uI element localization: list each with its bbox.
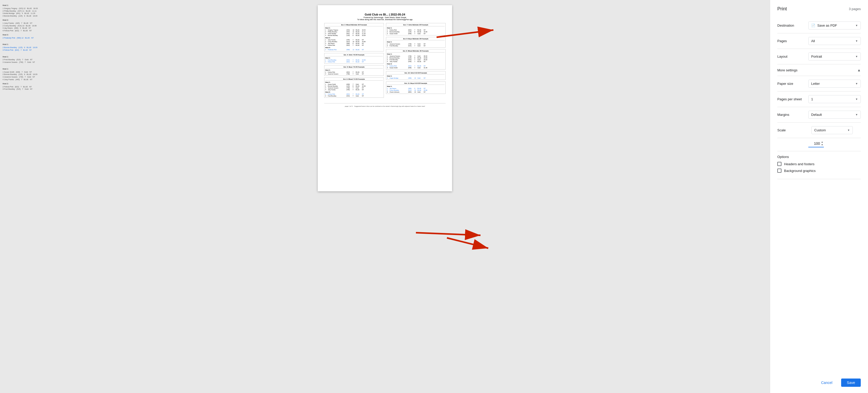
layout-row: Layout Portrait ▼	[777, 49, 861, 64]
margins-dropdown[interactable]: Default ▼	[808, 111, 861, 119]
background-graphics-label: Background graphics	[784, 169, 815, 173]
save-button[interactable]: Save	[841, 378, 861, 387]
svg-line-5	[447, 238, 488, 248]
layout-label: Layout	[777, 55, 808, 58]
footer-note: Suggested heats in blue can be combined …	[354, 106, 425, 107]
paper-size-row: Paper size Letter ▼	[777, 76, 861, 91]
svg-line-4	[416, 233, 480, 235]
scale-chevron-icon: ▼	[847, 129, 850, 132]
print-pages: 3 pages	[849, 7, 861, 11]
page-footer-text: page 1 of 3	[345, 106, 352, 107]
background-graphics-checkbox[interactable]	[777, 169, 781, 173]
scale-input-wrapper: ▲ ▼	[808, 141, 824, 147]
scale-custom-row: ▲ ▼	[777, 138, 861, 151]
options-section: Options Headers and footers Background g…	[777, 151, 861, 179]
scale-label: Scale	[777, 128, 808, 132]
pages-per-sheet-dropdown[interactable]: 1 ▼	[808, 95, 861, 103]
paper-size-label: Paper size	[777, 82, 808, 86]
background-graphics-row[interactable]: Background graphics	[777, 169, 861, 173]
doc-subtitle1: Powered by Swimmingly - Swim Meets, Made…	[324, 17, 445, 18]
print-panel: Print 3 pages Destination 📄 Save as PDF …	[770, 0, 868, 393]
scale-spinners: ▲ ▼	[820, 141, 824, 146]
pages-per-sheet-chevron-icon: ▼	[855, 98, 858, 101]
pages-label: Pages	[777, 39, 808, 43]
pages-per-sheet-row: Pages per sheet 1 ▼	[777, 91, 861, 107]
scale-up-button[interactable]: ▲	[820, 141, 824, 143]
scale-input[interactable]	[808, 141, 820, 146]
layout-chevron-icon: ▼	[855, 55, 858, 58]
destination-chevron-icon: ▼	[855, 24, 858, 27]
pdf-icon: 📄	[811, 24, 815, 27]
pages-row: Pages All ▼	[777, 33, 861, 49]
pages-chevron-icon: ▼	[855, 39, 858, 43]
headers-footers-checkbox[interactable]	[777, 162, 781, 166]
scale-down-button[interactable]: ▼	[820, 143, 824, 146]
headers-footers-label: Headers and footers	[784, 162, 814, 166]
options-label: Options	[777, 155, 861, 159]
pages-per-sheet-label: Pages per sheet	[777, 97, 808, 101]
margins-label: Margins	[777, 113, 808, 117]
margins-chevron-icon: ▼	[855, 113, 858, 116]
scale-dropdown[interactable]: Custom ▼	[811, 126, 853, 134]
headers-footers-row[interactable]: Headers and footers	[777, 162, 861, 166]
panel-footer: Cancel Save	[777, 373, 861, 387]
destination-row: Destination 📄 Save as PDF ▼	[777, 18, 861, 33]
more-settings-row[interactable]: More settings ▲	[777, 64, 861, 76]
margins-row: Margins Default ▼	[777, 107, 861, 122]
collapse-icon: ▲	[857, 68, 861, 72]
destination-dropdown[interactable]: 📄 Save as PDF ▼	[808, 22, 861, 29]
background-text: Heat 1: 1 Gregory Tregory (315) 12 BLUE …	[0, 0, 85, 393]
pages-dropdown[interactable]: All ▼	[808, 37, 861, 45]
print-title: Print	[777, 6, 787, 11]
layout-dropdown[interactable]: Portrait ▼	[808, 53, 861, 60]
document-page: Gold Club vs Bl... | 2022-05-24 Powered …	[318, 5, 452, 191]
doc-col-2: Evt. 7: Girls 6&Under 25 Freestyle Heat …	[386, 23, 445, 99]
doc-col-1: Evt. 3: Mixed 6&Under 25 Freestyle Heat …	[324, 23, 384, 99]
scale-row: Scale Custom ▼	[777, 122, 861, 138]
expanded-settings: Paper size Letter ▼ Pages per sheet 1 ▼	[777, 76, 861, 179]
paper-size-chevron-icon: ▼	[855, 82, 858, 85]
more-settings-label: More settings	[777, 68, 798, 72]
cancel-button[interactable]: Cancel	[815, 378, 838, 387]
doc-title: Gold Club vs Bl... | 2022-05-24	[324, 13, 445, 16]
doc-subtitle2: To follow along with this meet live, dow…	[324, 19, 445, 21]
destination-label: Destination	[777, 24, 808, 27]
paper-size-dropdown[interactable]: Letter ▼	[808, 80, 861, 88]
